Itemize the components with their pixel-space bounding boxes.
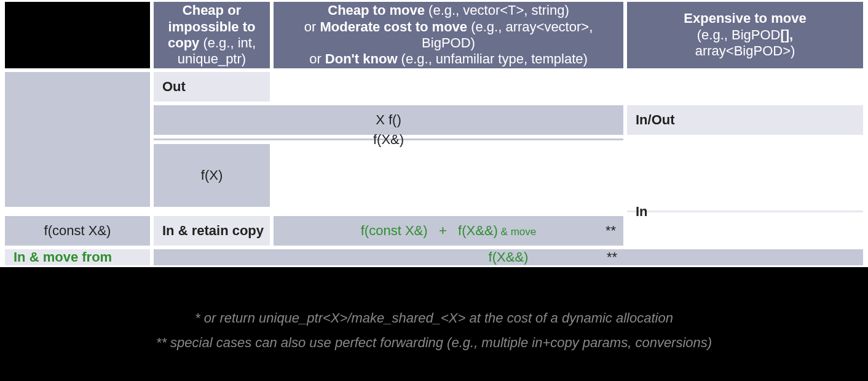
hdr-c1-l2: impossible to xyxy=(168,19,256,34)
hdr-c1-l3a: copy xyxy=(168,35,199,50)
header-col-cheap-move: Cheap to move (e.g., vector<T>, string) … xyxy=(274,2,623,68)
rowlabel-in-retain: In & retain copy xyxy=(154,216,270,246)
hdr-c3-l1: Expensive to move xyxy=(684,10,806,26)
hdr-c3-l3: array<BigPOD>) xyxy=(695,43,795,58)
movefrom-val: f(X&&) xyxy=(489,249,529,265)
cell-fx: f(X) xyxy=(154,144,270,207)
cell-movefrom: f(X&&) ** xyxy=(154,249,863,265)
rowlabel-in: In xyxy=(627,211,863,212)
footnote-1: * or return unique_ptr<X>/make_shared_<X… xyxy=(0,310,868,326)
hdr-c2-l3b: Don't know xyxy=(325,51,398,66)
movefrom-star: ** xyxy=(607,249,617,265)
retain-plus: + xyxy=(428,223,459,238)
header-blank xyxy=(5,2,150,68)
footnotes: * or return unique_ptr<X>/make_shared_<X… xyxy=(0,302,868,359)
cell-constref: f(const X&) xyxy=(5,216,150,246)
diagram-root: Cheap or impossible to copy (e.g., int, … xyxy=(0,0,868,381)
hdr-c2-l1b: (e.g., vector<T>, string) xyxy=(425,2,569,18)
table-grid: Cheap or impossible to copy (e.g., int, … xyxy=(3,0,865,267)
hdr-c3-l2s: [], xyxy=(780,27,793,42)
hdr-c1-l1: Cheap or xyxy=(183,2,241,18)
cell-expensive-span xyxy=(5,72,150,207)
hdr-c1-l3b: (e.g., int, xyxy=(199,35,256,50)
retain-a: f(const X&) xyxy=(361,223,428,238)
header-col-expensive: Expensive to move (e.g., BigPOD[], array… xyxy=(627,2,863,68)
cell-out-value: X f() xyxy=(154,105,623,135)
spacer-1 xyxy=(3,209,625,214)
footnote-2: ** special cases can also use perfect fo… xyxy=(0,335,868,351)
cell-retain: f(const X&) + f(X&&) & move ** xyxy=(274,216,623,246)
hdr-c2-l3c: (e.g., unfamiliar type, template) xyxy=(398,51,588,66)
rowlabel-in-move: In & move from xyxy=(5,249,150,265)
hdr-c1-l4: unique_ptr) xyxy=(178,51,246,66)
cell-inout-value: f(X&) xyxy=(154,138,623,140)
retain-star: ** xyxy=(606,223,616,239)
hdr-c2-l2b: Moderate cost to move xyxy=(320,19,467,34)
hdr-c2-l2a: or xyxy=(304,19,320,34)
retain-b: f(X&&) xyxy=(458,223,498,238)
rowlabel-inout: In/Out xyxy=(627,105,863,135)
header-col-cheap-copy: Cheap or impossible to copy (e.g., int, … xyxy=(154,2,270,68)
hdr-c3-l2: (e.g., BigPOD xyxy=(697,27,781,42)
rowlabel-out: Out xyxy=(154,72,270,102)
hdr-c2-l1a: Cheap to move xyxy=(328,2,425,18)
hdr-c2-l3a: or xyxy=(309,51,325,66)
table-area: Cheap or impossible to copy (e.g., int, … xyxy=(0,0,868,267)
retain-move: & move xyxy=(498,226,536,238)
